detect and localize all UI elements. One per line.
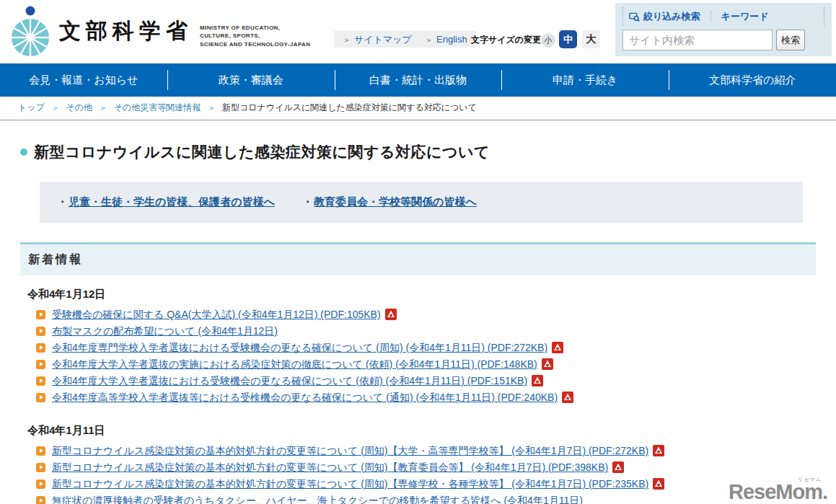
news-item: 令和4年度大学入学者選抜における受験機会の更なる確保について (依頼) (令和4…	[20, 373, 816, 389]
news-item: 令和4年度専門学校入学者選抜における受験機会の更なる確保について (周知) (令…	[20, 340, 816, 356]
audience-links-box: ・児童・生徒・学生の皆様、保護者の皆様へ ・教育委員会・学校等関係の皆様へ	[40, 182, 803, 223]
audience-link-boards-wrap: ・教育委員会・学校等関係の皆様へ	[302, 195, 477, 209]
divider	[710, 11, 711, 22]
arrow-bullet-icon	[36, 310, 45, 319]
pdf-icon[interactable]	[653, 445, 664, 456]
arrow-bullet-icon	[36, 496, 45, 504]
site-header: 文部科学省 MINISTRY OF EDUCATION, CULTURE, SP…	[0, 0, 836, 63]
news-link[interactable]: 令和4年度大学入学者選抜における受験機会の更なる確保について (依頼) (令和4…	[52, 374, 527, 388]
font-size-small-button[interactable]: 小	[541, 33, 555, 48]
breadcrumb-home[interactable]: トップ	[18, 102, 45, 112]
arrow-bullet-icon	[36, 360, 45, 369]
search-links-row: 絞り込み検索 キーワード	[622, 7, 824, 26]
site-title: 文部科学省	[59, 17, 193, 46]
font-size-label: 文字サイズの変更	[471, 34, 541, 46]
chevron-right-icon: ＞	[343, 35, 351, 44]
pdf-icon[interactable]	[612, 461, 624, 473]
dot-bullet: ・	[57, 195, 68, 208]
news-link[interactable]: 布製マスクの配布希望について (令和4年1月12日)	[52, 324, 278, 338]
pdf-icon[interactable]	[552, 342, 563, 353]
breadcrumb-separator: ＞	[51, 103, 59, 112]
english-button[interactable]: ＞English	[416, 31, 476, 48]
font-size-large-button[interactable]: 大	[582, 30, 600, 48]
arrow-bullet-icon	[36, 343, 45, 353]
nav-item-whitepaper[interactable]: 白書・統計・出版物	[335, 63, 502, 97]
mext-logo-icon	[10, 4, 50, 58]
news-section-header: 新着情報	[20, 242, 816, 275]
news-link[interactable]: 令和4年度大学入学者選抜の実施における感染症対策の徹底について (依頼) (令和…	[52, 358, 537, 371]
refine-search-link[interactable]: 絞り込み検索	[629, 10, 700, 23]
news-item: 令和4年度高等学校入学者選抜等における受検機会の更なる確保について (通知) (…	[20, 389, 816, 406]
news-link[interactable]: 新型コロナウイルス感染症対策の基本的対処方針の変更等について (周知)【専修学校…	[52, 477, 648, 491]
audience-link-students-wrap: ・児童・生徒・学生の皆様、保護者の皆様へ	[57, 195, 275, 209]
resemom-logo-text: ReseMom.	[729, 480, 827, 503]
nav-item-about[interactable]: 文部科学省の紹介	[669, 63, 836, 97]
news-group-date: 令和4年1月11日	[27, 424, 816, 438]
refine-search-icon	[629, 12, 640, 22]
site-search-input[interactable]	[622, 30, 773, 50]
news-link[interactable]: 新型コロナウイルス感染症対策の基本的対処方針の変更等について (周知)【教育委員…	[52, 461, 608, 474]
news-item: 新型コロナウイルス感染症対策の基本的対処方針の変更等について (周知)【専修学校…	[20, 476, 816, 492]
arrow-bullet-icon	[36, 327, 45, 336]
nav-item-application[interactable]: 申請・手続き	[501, 63, 669, 97]
breadcrumb-current: 新型コロナウイルスに関連した感染症対策に関する対応について	[222, 102, 477, 112]
audience-link-boards[interactable]: 教育委員会・学校等関係の皆様へ	[314, 195, 477, 208]
arrow-bullet-icon	[36, 393, 45, 402]
font-size-medium-button[interactable]: 中	[559, 30, 577, 48]
main-content: 新型コロナウイルスに関連した感染症対策に関する対応について ・児童・生徒・学生の…	[0, 142, 836, 504]
page-title-row: 新型コロナウイルスに関連した感染症対策に関する対応について	[20, 142, 816, 162]
news-link[interactable]: 新型コロナウイルス感染症対策の基本的対処方針の変更等について (周知)【大学・高…	[52, 444, 648, 458]
site-subtitle: MINISTRY OF EDUCATION, CULTURE, SPORTS, …	[200, 24, 310, 49]
mext-logo[interactable]: 文部科学省 MINISTRY OF EDUCATION, CULTURE, SP…	[10, 4, 310, 58]
news-item: 無症状の濃厚接触者の受験者のうちタクシー、ハイヤー、海上タクシーでの移動を希望す…	[20, 492, 816, 504]
search-panel: 絞り込み検索 キーワード 検索	[615, 3, 832, 56]
news-item: 布製マスクの配布希望について (令和4年1月12日)	[20, 323, 816, 340]
news-item: 新型コロナウイルス感染症対策の基本的対処方針の変更等について (周知)【教育委員…	[20, 459, 816, 476]
pdf-icon[interactable]	[385, 309, 397, 320]
keyword-link[interactable]: キーワード	[721, 10, 769, 23]
breadcrumb-disaster-info[interactable]: その他災害等関連情報	[114, 102, 201, 112]
page-title: 新型コロナウイルスに関連した感染症対策に関する対応について	[34, 142, 490, 162]
news-item: 受験機会の確保に関する Q&A(大学入試) (令和4年1月12日) (PDF:1…	[20, 306, 816, 323]
news-link[interactable]: 無症状の濃厚接触者の受験者のうちタクシー、ハイヤー、海上タクシーでの移動を希望す…	[52, 494, 583, 504]
news-heading: 新着情報	[28, 252, 816, 268]
chevron-right-icon: ＞	[425, 35, 433, 44]
arrow-bullet-icon	[36, 479, 45, 489]
breadcrumb-others[interactable]: その他	[66, 102, 93, 112]
breadcrumb: トップ ＞ その他 ＞ その他災害等関連情報 ＞ 新型コロナウイルスに関連した感…	[0, 97, 836, 120]
resemom-ruby: リセマム	[798, 476, 822, 483]
breadcrumb-separator: ＞	[208, 103, 216, 112]
title-bullet-icon	[20, 149, 27, 156]
news-link[interactable]: 令和4年度専門学校入学者選抜における受験機会の更なる確保について (周知) (令…	[52, 341, 547, 355]
news-group-date: 令和4年1月12日	[27, 288, 816, 301]
arrow-bullet-icon	[36, 376, 45, 386]
search-submit-button[interactable]: 検索	[776, 30, 805, 50]
sitemap-button[interactable]: ＞サイトマップ	[334, 31, 421, 48]
search-input-row: 検索	[622, 30, 824, 50]
dot-bullet: ・	[302, 195, 313, 208]
news-group-jan11: 令和4年1月11日 新型コロナウイルス感染症対策の基本的対処方針の変更等について…	[20, 424, 816, 504]
pdf-icon[interactable]	[562, 392, 573, 403]
news-item: 新型コロナウイルス感染症対策の基本的対処方針の変更等について (周知)【大学・高…	[20, 443, 816, 459]
nav-item-press[interactable]: 会見・報道・お知らせ	[0, 63, 167, 97]
pdf-icon[interactable]	[653, 478, 664, 490]
arrow-bullet-icon	[36, 446, 45, 456]
global-nav: 会見・報道・お知らせ 政策・審議会 白書・統計・出版物 申請・手続き 文部科学省…	[0, 63, 836, 97]
resemom-watermark: リセマム ReseMom.	[729, 480, 827, 504]
news-link[interactable]: 令和4年度高等学校入学者選抜等における受検機会の更なる確保について (通知) (…	[52, 391, 558, 404]
breadcrumb-separator: ＞	[99, 103, 107, 112]
arrow-bullet-icon	[36, 463, 45, 472]
audience-link-students[interactable]: 児童・生徒・学生の皆様、保護者の皆様へ	[69, 195, 275, 208]
news-link[interactable]: 受験機会の確保に関する Q&A(大学入試) (令和4年1月12日) (PDF:1…	[52, 308, 381, 322]
news-group-jan12: 令和4年1月12日 受験機会の確保に関する Q&A(大学入試) (令和4年1月1…	[20, 288, 816, 406]
pdf-icon[interactable]	[542, 358, 553, 370]
nav-item-policy[interactable]: 政策・審議会	[167, 63, 335, 97]
pdf-icon[interactable]	[532, 375, 543, 386]
news-item: 令和4年度大学入学者選抜の実施における感染症対策の徹底について (依頼) (令和…	[20, 356, 816, 373]
